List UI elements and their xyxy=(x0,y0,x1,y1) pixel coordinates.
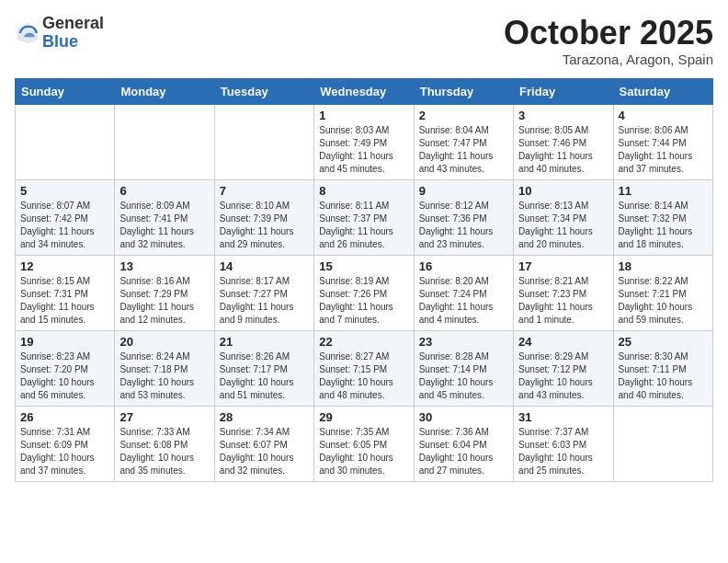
table-row: 3Sunrise: 8:05 AM Sunset: 7:46 PM Daylig… xyxy=(514,104,613,179)
calendar-table: Sunday Monday Tuesday Wednesday Thursday… xyxy=(15,78,713,482)
table-row: 29Sunrise: 7:35 AM Sunset: 6:05 PM Dayli… xyxy=(314,406,414,481)
page-header: General Blue October 2025 Tarazona, Arag… xyxy=(15,15,713,67)
table-row: 2Sunrise: 8:04 AM Sunset: 7:47 PM Daylig… xyxy=(414,104,513,179)
day-number: 28 xyxy=(220,410,309,424)
col-thursday: Thursday xyxy=(414,78,513,104)
calendar-week-row: 12Sunrise: 8:15 AM Sunset: 7:31 PM Dayli… xyxy=(16,255,713,330)
day-number: 27 xyxy=(119,410,209,424)
day-info: Sunrise: 8:24 AM Sunset: 7:18 PM Dayligh… xyxy=(119,350,209,402)
day-info: Sunrise: 8:19 AM Sunset: 7:26 PM Dayligh… xyxy=(319,275,408,327)
col-saturday: Saturday xyxy=(613,78,712,104)
day-info: Sunrise: 7:33 AM Sunset: 6:08 PM Dayligh… xyxy=(119,426,209,477)
day-info: Sunrise: 8:05 AM Sunset: 7:46 PM Dayligh… xyxy=(518,124,608,176)
day-number: 9 xyxy=(419,184,508,198)
day-info: Sunrise: 8:16 AM Sunset: 7:29 PM Dayligh… xyxy=(119,275,209,327)
day-number: 22 xyxy=(319,335,408,349)
day-number: 15 xyxy=(319,259,408,273)
table-row: 18Sunrise: 8:22 AM Sunset: 7:21 PM Dayli… xyxy=(613,255,712,330)
day-number: 24 xyxy=(518,335,608,349)
day-info: Sunrise: 8:27 AM Sunset: 7:15 PM Dayligh… xyxy=(319,350,408,402)
calendar-header-row: Sunday Monday Tuesday Wednesday Thursday… xyxy=(16,78,713,104)
table-row: 7Sunrise: 8:10 AM Sunset: 7:39 PM Daylig… xyxy=(214,179,313,255)
day-number: 7 xyxy=(220,184,309,198)
table-row: 17Sunrise: 8:21 AM Sunset: 7:23 PM Dayli… xyxy=(514,255,613,330)
table-row: 11Sunrise: 8:14 AM Sunset: 7:32 PM Dayli… xyxy=(613,179,712,255)
day-number: 4 xyxy=(619,109,708,122)
day-number: 21 xyxy=(220,335,309,349)
day-info: Sunrise: 8:17 AM Sunset: 7:27 PM Dayligh… xyxy=(220,275,309,327)
table-row: 9Sunrise: 8:12 AM Sunset: 7:36 PM Daylig… xyxy=(414,179,513,255)
day-info: Sunrise: 8:22 AM Sunset: 7:21 PM Dayligh… xyxy=(619,275,708,327)
day-info: Sunrise: 7:31 AM Sunset: 6:09 PM Dayligh… xyxy=(20,426,109,477)
day-number: 25 xyxy=(619,335,708,349)
day-number: 12 xyxy=(20,259,109,273)
table-row: 20Sunrise: 8:24 AM Sunset: 7:18 PM Dayli… xyxy=(115,330,214,406)
day-number: 11 xyxy=(619,184,708,198)
table-row: 25Sunrise: 8:30 AM Sunset: 7:11 PM Dayli… xyxy=(613,330,712,406)
table-row: 31Sunrise: 7:37 AM Sunset: 6:03 PM Dayli… xyxy=(514,406,613,481)
logo: General Blue xyxy=(15,15,104,52)
table-row: 30Sunrise: 7:36 AM Sunset: 6:04 PM Dayli… xyxy=(414,406,513,481)
table-row: 4Sunrise: 8:06 AM Sunset: 7:44 PM Daylig… xyxy=(613,104,712,179)
day-number: 8 xyxy=(319,184,408,198)
col-tuesday: Tuesday xyxy=(214,78,313,104)
title-block: October 2025 Tarazona, Aragon, Spain xyxy=(504,15,713,67)
day-info: Sunrise: 7:35 AM Sunset: 6:05 PM Dayligh… xyxy=(319,426,408,477)
day-info: Sunrise: 8:15 AM Sunset: 7:31 PM Dayligh… xyxy=(20,275,109,327)
day-number: 14 xyxy=(220,259,309,273)
col-friday: Friday xyxy=(514,78,613,104)
table-row: 23Sunrise: 8:28 AM Sunset: 7:14 PM Dayli… xyxy=(414,330,513,406)
day-info: Sunrise: 8:13 AM Sunset: 7:34 PM Dayligh… xyxy=(518,200,608,251)
day-number: 1 xyxy=(319,109,408,122)
table-row: 19Sunrise: 8:23 AM Sunset: 7:20 PM Dayli… xyxy=(16,330,115,406)
page-container: General Blue October 2025 Tarazona, Arag… xyxy=(0,0,728,491)
table-row: 16Sunrise: 8:20 AM Sunset: 7:24 PM Dayli… xyxy=(414,255,513,330)
day-info: Sunrise: 8:21 AM Sunset: 7:23 PM Dayligh… xyxy=(518,275,608,327)
day-number: 20 xyxy=(119,335,209,349)
day-info: Sunrise: 8:28 AM Sunset: 7:14 PM Dayligh… xyxy=(419,350,508,402)
day-number: 18 xyxy=(619,259,708,273)
day-number: 16 xyxy=(419,259,508,273)
logo-icon xyxy=(15,20,40,46)
day-number: 17 xyxy=(518,259,608,273)
table-row: 21Sunrise: 8:26 AM Sunset: 7:17 PM Dayli… xyxy=(214,330,313,406)
day-number: 10 xyxy=(518,184,608,198)
month-title: October 2025 xyxy=(504,15,713,52)
table-row xyxy=(16,104,115,179)
logo-general: General xyxy=(42,15,104,33)
table-row: 6Sunrise: 8:09 AM Sunset: 7:41 PM Daylig… xyxy=(115,179,214,255)
table-row: 14Sunrise: 8:17 AM Sunset: 7:27 PM Dayli… xyxy=(214,255,313,330)
day-number: 3 xyxy=(518,109,608,122)
table-row: 22Sunrise: 8:27 AM Sunset: 7:15 PM Dayli… xyxy=(314,330,414,406)
day-number: 23 xyxy=(419,335,508,349)
day-info: Sunrise: 8:10 AM Sunset: 7:39 PM Dayligh… xyxy=(220,200,309,251)
table-row: 15Sunrise: 8:19 AM Sunset: 7:26 PM Dayli… xyxy=(314,255,414,330)
day-info: Sunrise: 8:06 AM Sunset: 7:44 PM Dayligh… xyxy=(619,124,708,176)
day-info: Sunrise: 8:03 AM Sunset: 7:49 PM Dayligh… xyxy=(319,124,408,176)
day-number: 29 xyxy=(319,410,408,424)
table-row xyxy=(613,406,712,481)
day-info: Sunrise: 7:37 AM Sunset: 6:03 PM Dayligh… xyxy=(518,426,608,477)
day-info: Sunrise: 8:07 AM Sunset: 7:42 PM Dayligh… xyxy=(20,200,109,251)
day-number: 13 xyxy=(119,259,209,273)
day-number: 30 xyxy=(419,410,508,424)
day-info: Sunrise: 7:36 AM Sunset: 6:04 PM Dayligh… xyxy=(419,426,508,477)
table-row xyxy=(214,104,313,179)
day-number: 31 xyxy=(518,410,608,424)
table-row: 5Sunrise: 8:07 AM Sunset: 7:42 PM Daylig… xyxy=(16,179,115,255)
logo-blue: Blue xyxy=(42,33,104,52)
calendar-week-row: 1Sunrise: 8:03 AM Sunset: 7:49 PM Daylig… xyxy=(16,104,713,179)
day-info: Sunrise: 8:04 AM Sunset: 7:47 PM Dayligh… xyxy=(419,124,508,176)
day-info: Sunrise: 8:26 AM Sunset: 7:17 PM Dayligh… xyxy=(220,350,309,402)
table-row: 10Sunrise: 8:13 AM Sunset: 7:34 PM Dayli… xyxy=(514,179,613,255)
day-info: Sunrise: 8:12 AM Sunset: 7:36 PM Dayligh… xyxy=(419,200,508,251)
day-number: 26 xyxy=(20,410,109,424)
calendar-week-row: 5Sunrise: 8:07 AM Sunset: 7:42 PM Daylig… xyxy=(16,179,713,255)
logo-text: General Blue xyxy=(42,15,104,52)
day-info: Sunrise: 8:14 AM Sunset: 7:32 PM Dayligh… xyxy=(619,200,708,251)
day-number: 6 xyxy=(119,184,209,198)
day-info: Sunrise: 8:30 AM Sunset: 7:11 PM Dayligh… xyxy=(619,350,708,402)
calendar-week-row: 26Sunrise: 7:31 AM Sunset: 6:09 PM Dayli… xyxy=(16,406,713,481)
table-row: 27Sunrise: 7:33 AM Sunset: 6:08 PM Dayli… xyxy=(115,406,214,481)
table-row: 8Sunrise: 8:11 AM Sunset: 7:37 PM Daylig… xyxy=(314,179,414,255)
